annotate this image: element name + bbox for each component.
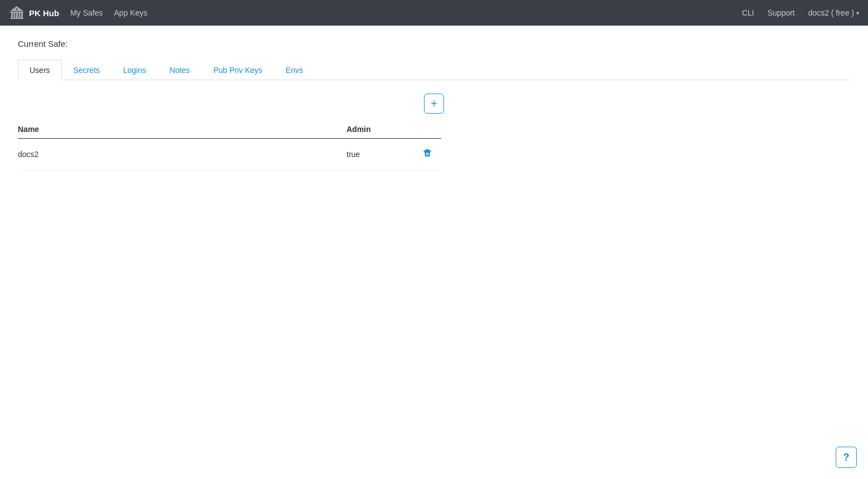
- tab-users[interactable]: Users: [18, 60, 62, 80]
- add-btn-container: +: [18, 94, 850, 114]
- table-header: Name Admin: [18, 125, 441, 139]
- tab-logins[interactable]: Logins: [111, 60, 158, 80]
- svg-rect-5: [21, 13, 23, 18]
- tab-notes[interactable]: Notes: [158, 60, 202, 80]
- svg-rect-10: [423, 150, 431, 151]
- table-row: docs2 true: [18, 139, 441, 170]
- add-user-button[interactable]: +: [424, 94, 444, 114]
- tabs: Users Secrets Logins Notes Pub Priv Keys…: [18, 60, 850, 80]
- col-name-header: Name: [18, 125, 347, 134]
- current-safe-label: Current Safe:: [18, 39, 850, 48]
- tab-pub-priv-keys[interactable]: Pub Priv Keys: [202, 60, 274, 80]
- main-content: Current Safe: Users Secrets Logins Notes…: [0, 26, 868, 184]
- cell-admin: true: [347, 150, 413, 159]
- svg-rect-12: [428, 153, 429, 155]
- user-dropdown[interactable]: docs2 ( free ) ▾: [808, 8, 859, 17]
- app-keys-link[interactable]: App Keys: [114, 8, 148, 17]
- svg-rect-1: [11, 13, 13, 18]
- svg-rect-2: [14, 13, 16, 18]
- cell-name: docs2: [18, 150, 347, 159]
- brand[interactable]: PK Hub: [9, 5, 59, 21]
- svg-rect-0: [10, 12, 23, 13]
- navbar-right: CLI Support docs2 ( free ) ▾: [742, 8, 859, 17]
- svg-rect-9: [426, 149, 429, 150]
- tab-envs[interactable]: Envs: [274, 60, 315, 80]
- trash-icon: [423, 150, 432, 159]
- delete-user-button[interactable]: [421, 146, 434, 162]
- svg-rect-3: [16, 13, 18, 18]
- users-table: Name Admin docs2 true: [18, 125, 441, 170]
- brand-label: PK Hub: [29, 8, 59, 18]
- svg-rect-6: [10, 18, 23, 19]
- svg-rect-4: [19, 13, 21, 18]
- plus-icon: +: [431, 97, 437, 110]
- svg-rect-11: [426, 153, 427, 155]
- tab-secrets[interactable]: Secrets: [62, 60, 111, 80]
- navbar: PK Hub My Safes App Keys CLI Support doc…: [0, 0, 868, 26]
- chevron-down-icon: ▾: [856, 10, 859, 16]
- bank-icon: [9, 5, 25, 21]
- user-label: docs2 ( free ): [808, 8, 854, 17]
- my-safes-link[interactable]: My Safes: [70, 8, 103, 17]
- svg-point-8: [16, 8, 18, 10]
- col-admin-header: Admin: [347, 125, 413, 134]
- col-actions-header: [413, 125, 441, 134]
- cell-actions: [413, 146, 441, 162]
- support-link[interactable]: Support: [767, 8, 794, 17]
- cli-link[interactable]: CLI: [742, 8, 754, 17]
